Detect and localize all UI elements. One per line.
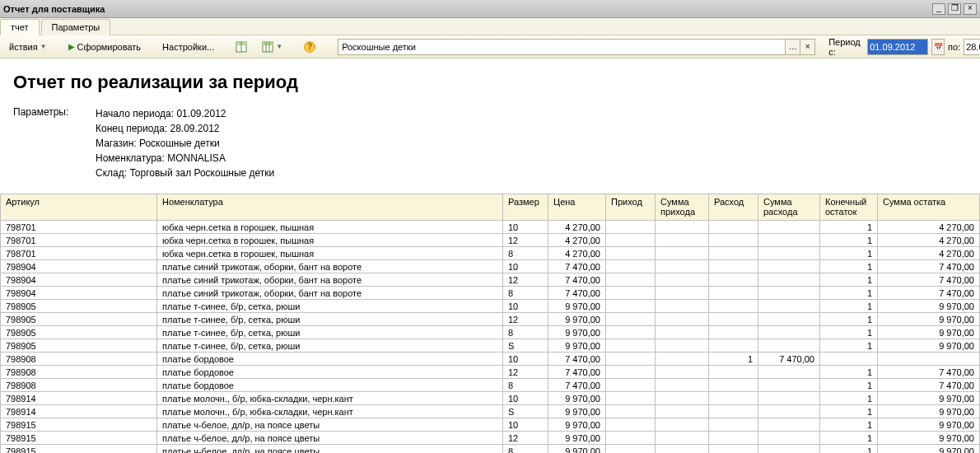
cell-sum-expense — [758, 339, 820, 353]
table-row[interactable]: 798914платье молочн., б/р, юбка-складки,… — [1, 405, 980, 418]
search-input[interactable] — [338, 39, 786, 55]
table-row[interactable]: 798905платье т-синее, б/р, сетка, рюшиS9… — [1, 339, 980, 353]
cell-expense — [709, 379, 758, 392]
cell-sum-expense — [758, 326, 820, 339]
select-button[interactable]: … — [786, 39, 800, 55]
cell-price: 9 970,00 — [548, 392, 606, 405]
cell-price: 9 970,00 — [548, 405, 606, 418]
cell-sum-expense — [758, 273, 820, 287]
cell-income — [606, 445, 656, 454]
window-title: Отчет для поставщика — [3, 4, 105, 14]
period-to-input[interactable] — [964, 39, 980, 55]
table-row[interactable]: 798905платье т-синее, б/р, сетка, рюши89… — [1, 326, 980, 339]
cell-price: 7 470,00 — [548, 353, 606, 366]
cell-expense — [709, 366, 758, 379]
cell-sum-stock — [878, 353, 980, 366]
cell-income — [606, 405, 656, 418]
help-icon: ? — [304, 41, 315, 53]
cell-sum-income — [656, 353, 709, 366]
params-label: Параметры: — [13, 106, 71, 180]
table-row[interactable]: 798904платье синий трикотаж, оборки, бан… — [1, 260, 980, 273]
table-row[interactable]: 798905платье т-синее, б/р, сетка, рюши10… — [1, 300, 980, 313]
cell-income — [606, 353, 656, 366]
cell-sum-expense — [758, 221, 820, 234]
period-from-input[interactable] — [867, 39, 928, 55]
col-sum-expense: Сумма расхода — [758, 194, 820, 221]
table-row[interactable]: 798905платье т-синее, б/р, сетка, рюши12… — [1, 313, 980, 326]
cell-size: 12 — [503, 366, 548, 379]
cell-sum-expense — [758, 445, 820, 454]
form-button[interactable]: ▶ Сформировать — [63, 40, 147, 54]
minimize-button[interactable]: _ — [932, 3, 945, 15]
cell-sum-expense — [758, 300, 820, 313]
cell-size: 10 — [503, 300, 548, 313]
cell-price: 4 270,00 — [548, 234, 606, 247]
cell-size: 10 — [503, 392, 548, 405]
struct-button-2[interactable]: ▼ — [256, 39, 288, 55]
cell-expense — [709, 234, 758, 247]
cell-expense — [709, 392, 758, 405]
settings-button[interactable]: Настройки... — [156, 40, 220, 54]
cell-size: 8 — [503, 247, 548, 260]
cell-size: 10 — [503, 353, 548, 366]
table-row[interactable]: 798914платье молочн., б/р, юбка-складки,… — [1, 392, 980, 405]
calendar-from-button[interactable]: 📅 — [931, 39, 945, 55]
cell-nomenclature: платье т-синее, б/р, сетка, рюши — [157, 313, 503, 326]
table-row[interactable]: 798904платье синий трикотаж, оборки, бан… — [1, 287, 980, 300]
cell-sum-stock: 4 270,00 — [878, 234, 980, 247]
col-article: Артикул — [1, 194, 157, 221]
col-income: Приход — [606, 194, 656, 221]
cell-nomenclature: платье ч-белое, дл/р, на поясе цветы — [157, 432, 503, 445]
cell-final-stock: 1 — [820, 392, 878, 405]
window-controls: _ ❐ × — [932, 3, 977, 15]
cell-price: 7 470,00 — [548, 287, 606, 300]
tab-report[interactable]: тчет — [0, 19, 40, 35]
table-row[interactable]: 798701юбка черн.сетка в горошек, пышная1… — [1, 234, 980, 247]
cell-sum-stock: 7 470,00 — [878, 379, 980, 392]
cell-article: 798908 — [1, 379, 157, 392]
close-button[interactable]: × — [964, 3, 977, 15]
cell-article: 798904 — [1, 273, 157, 287]
cell-final-stock: 1 — [820, 300, 878, 313]
cell-expense — [709, 313, 758, 326]
cell-article: 798904 — [1, 260, 157, 273]
report-table: Артикул Номенклатура Размер Цена Приход … — [0, 194, 980, 453]
table-row[interactable]: 798904платье синий трикотаж, оборки, бан… — [1, 273, 980, 287]
cell-expense — [709, 405, 758, 418]
cell-sum-income — [656, 300, 709, 313]
actions-button[interactable]: йствия ▼ — [3, 40, 53, 54]
cell-final-stock: 1 — [820, 260, 878, 273]
table-row[interactable]: 798701юбка черн.сетка в горошек, пышная1… — [1, 221, 980, 234]
cell-expense — [709, 247, 758, 260]
cell-price: 7 470,00 — [548, 366, 606, 379]
play-icon: ▶ — [68, 42, 75, 51]
table-row[interactable]: 798908платье бордовое127 470,0017 470,00 — [1, 366, 980, 379]
cell-price: 9 970,00 — [548, 313, 606, 326]
struct-button-1[interactable] — [230, 39, 253, 55]
cell-expense — [709, 221, 758, 234]
params-block: Параметры: Начало периода: 01.09.2012Кон… — [0, 103, 980, 194]
help-button[interactable]: ? — [298, 39, 321, 55]
params-list: Начало периода: 01.09.2012Конец периода:… — [96, 106, 274, 180]
cell-final-stock: 1 — [820, 379, 878, 392]
tab-parameters[interactable]: Параметры — [41, 19, 111, 35]
cell-sum-expense — [758, 260, 820, 273]
cell-article: 798915 — [1, 432, 157, 445]
table-row[interactable]: 798915платье ч-белое, дл/р, на поясе цве… — [1, 432, 980, 445]
table-row[interactable]: 798701юбка черн.сетка в горошек, пышная8… — [1, 247, 980, 260]
cell-size: 8 — [503, 287, 548, 300]
col-nomenclature: Номенклатура — [157, 194, 503, 221]
clear-button[interactable]: × — [800, 39, 815, 55]
restore-button[interactable]: ❐ — [948, 3, 961, 15]
cell-sum-stock: 7 470,00 — [878, 273, 980, 287]
cell-final-stock: 1 — [820, 247, 878, 260]
table-row[interactable]: 798915платье ч-белое, дл/р, на поясе цве… — [1, 418, 980, 432]
cell-article: 798914 — [1, 392, 157, 405]
cell-final-stock: 1 — [820, 405, 878, 418]
cell-sum-income — [656, 379, 709, 392]
table-row[interactable]: 798908платье бордовое107 470,0017 470,00 — [1, 353, 980, 366]
table-row[interactable]: 798908платье бордовое87 470,0017 470,00 — [1, 379, 980, 392]
cell-expense — [709, 432, 758, 445]
table-row[interactable]: 798915платье ч-белое, дл/р, на поясе цве… — [1, 445, 980, 454]
cell-sum-stock: 9 970,00 — [878, 300, 980, 313]
